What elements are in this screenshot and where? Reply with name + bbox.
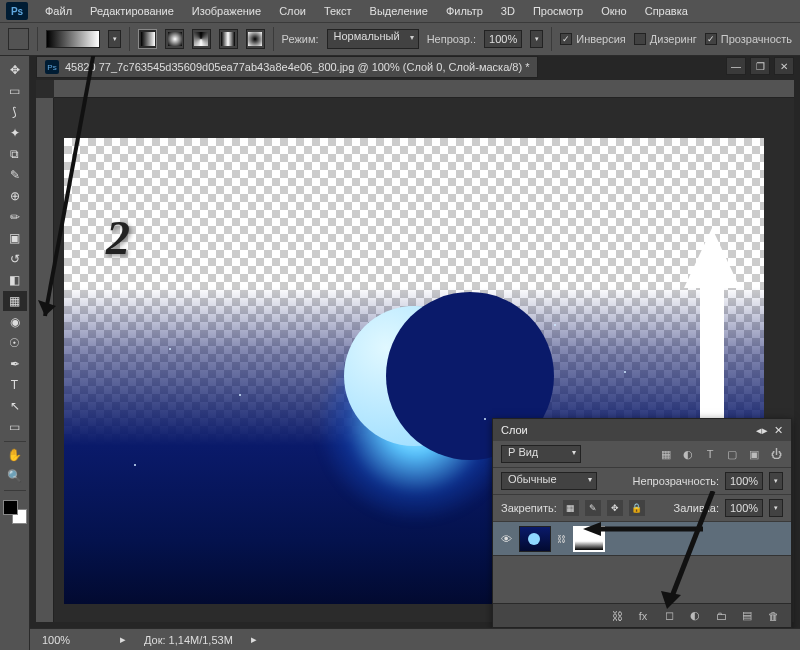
- layer-blend-mode-select[interactable]: Обычные: [501, 472, 597, 490]
- menu-3d[interactable]: 3D: [492, 2, 524, 20]
- gradient-diamond-button[interactable]: [246, 29, 265, 49]
- dither-checkbox[interactable]: [634, 33, 646, 45]
- path-select-tool[interactable]: ↖: [3, 396, 27, 416]
- zoom-level[interactable]: 100%: [42, 634, 102, 646]
- heal-tool[interactable]: ⊕: [3, 186, 27, 206]
- layers-list: 👁 ⛓ Слой 0: [493, 522, 791, 556]
- menu-text[interactable]: Текст: [315, 2, 361, 20]
- window-close-button[interactable]: ✕: [774, 57, 794, 75]
- move-tool[interactable]: ✥: [3, 60, 27, 80]
- menu-image[interactable]: Изображение: [183, 2, 270, 20]
- menu-file[interactable]: Файл: [36, 2, 81, 20]
- gradient-picker-dropdown[interactable]: ▾: [108, 30, 121, 48]
- filter-shape-icon[interactable]: ▢: [725, 447, 739, 461]
- menu-layers[interactable]: Слои: [270, 2, 315, 20]
- new-layer-button[interactable]: ▤: [739, 608, 755, 624]
- menu-edit[interactable]: Редактирование: [81, 2, 183, 20]
- gradient-tool[interactable]: ▦: [3, 291, 27, 311]
- add-mask-button[interactable]: ◻: [661, 608, 677, 624]
- doc-info-dropdown-icon[interactable]: ▸: [251, 633, 257, 646]
- annotation-number: 2: [106, 210, 130, 265]
- zoom-tool[interactable]: 🔍: [3, 466, 27, 486]
- hand-tool[interactable]: ✋: [3, 445, 27, 465]
- add-adjustment-button[interactable]: ◐: [687, 608, 703, 624]
- ruler-horizontal[interactable]: [54, 80, 794, 98]
- dodge-tool[interactable]: ☉: [3, 333, 27, 353]
- crop-tool[interactable]: ⧉: [3, 144, 27, 164]
- blend-mode-select[interactable]: Нормальный: [327, 29, 419, 49]
- annotation-white-arrow: [684, 228, 740, 418]
- panel-collapse-icon[interactable]: ◂▸: [756, 424, 768, 437]
- menu-help[interactable]: Справка: [636, 2, 697, 20]
- layer-mask-thumbnail[interactable]: [573, 526, 605, 552]
- pen-tool[interactable]: ✒: [3, 354, 27, 374]
- delete-layer-button[interactable]: 🗑: [765, 608, 781, 624]
- opacity-input[interactable]: 100%: [484, 30, 522, 48]
- gradient-radial-button[interactable]: [165, 29, 184, 49]
- menu-select[interactable]: Выделение: [361, 2, 437, 20]
- gradient-reflected-button[interactable]: [219, 29, 238, 49]
- options-bar: ▾ Режим: Нормальный Непрозр.: 100% ▾ Инв…: [0, 22, 800, 56]
- reverse-checkbox[interactable]: [560, 33, 572, 45]
- layer-visibility-icon[interactable]: 👁: [499, 533, 513, 545]
- stamp-tool[interactable]: ▣: [3, 228, 27, 248]
- filter-type-icon[interactable]: T: [703, 447, 717, 461]
- layers-tab[interactable]: Слои: [501, 424, 528, 436]
- eyedropper-tool[interactable]: ✎: [3, 165, 27, 185]
- lock-position-button[interactable]: ✥: [607, 500, 623, 516]
- link-layers-button[interactable]: ⛓: [609, 608, 625, 624]
- fill-dropdown[interactable]: ▾: [769, 499, 783, 517]
- type-tool[interactable]: T: [3, 375, 27, 395]
- foreground-color[interactable]: [3, 500, 18, 515]
- svg-marker-0: [684, 228, 740, 418]
- opacity-dropdown[interactable]: ▾: [530, 30, 543, 48]
- layer-mask-link-icon[interactable]: ⛓: [557, 534, 567, 544]
- filter-toggle-icon[interactable]: ⏻: [769, 447, 783, 461]
- filter-adjust-icon[interactable]: ◐: [681, 447, 695, 461]
- new-group-button[interactable]: 🗀: [713, 608, 729, 624]
- filter-smart-icon[interactable]: ▣: [747, 447, 761, 461]
- layer-opacity-dropdown[interactable]: ▾: [769, 472, 783, 490]
- ruler-vertical[interactable]: [36, 98, 54, 622]
- menu-view[interactable]: Просмотр: [524, 2, 592, 20]
- lock-label: Закрепить:: [501, 502, 557, 514]
- menu-filter[interactable]: Фильтр: [437, 2, 492, 20]
- document-title: 45820 77_7c763545d35609d05ea77ab43a8e4e0…: [65, 61, 529, 73]
- document-tab[interactable]: Ps 45820 77_7c763545d35609d05ea77ab43a8e…: [36, 56, 538, 78]
- layer-opacity-input[interactable]: 100%: [725, 472, 763, 490]
- history-brush-tool[interactable]: ↺: [3, 249, 27, 269]
- tool-preset-picker[interactable]: [8, 28, 29, 50]
- zoom-dropdown-icon[interactable]: ▸: [120, 633, 126, 646]
- brush-tool[interactable]: ✏: [3, 207, 27, 227]
- menu-window[interactable]: Окно: [592, 2, 636, 20]
- transparency-checkbox[interactable]: [705, 33, 717, 45]
- menu-bar: Ps Файл Редактирование Изображение Слои …: [0, 0, 800, 22]
- doc-info[interactable]: Док: 1,14M/1,53M: [144, 634, 233, 646]
- window-minimize-button[interactable]: —: [726, 57, 746, 75]
- layer-fx-button[interactable]: fx: [635, 608, 651, 624]
- lock-pixels-button[interactable]: ✎: [585, 500, 601, 516]
- eraser-tool[interactable]: ◧: [3, 270, 27, 290]
- mode-label: Режим:: [282, 33, 319, 45]
- panel-close-icon[interactable]: ✕: [774, 424, 783, 437]
- layers-panel: Слои ◂▸ ✕ Р Вид ▦ ◐ T ▢ ▣ ⏻ Обычные Непр…: [492, 418, 792, 628]
- lock-transparency-button[interactable]: ▦: [563, 500, 579, 516]
- layer-thumbnail[interactable]: [519, 526, 551, 552]
- layer-filter-select[interactable]: Р Вид: [501, 445, 581, 463]
- app-logo: Ps: [6, 2, 28, 20]
- fill-input[interactable]: 100%: [725, 499, 763, 517]
- gradient-preview[interactable]: [46, 30, 100, 48]
- marquee-tool[interactable]: ▭: [3, 81, 27, 101]
- lock-all-button[interactable]: 🔒: [629, 500, 645, 516]
- blur-tool[interactable]: ◉: [3, 312, 27, 332]
- magic-wand-tool[interactable]: ✦: [3, 123, 27, 143]
- filter-pixel-icon[interactable]: ▦: [659, 447, 673, 461]
- gradient-angle-button[interactable]: [192, 29, 211, 49]
- color-swatches[interactable]: [3, 500, 27, 524]
- dither-label: Дизеринг: [650, 33, 697, 45]
- gradient-linear-button[interactable]: [138, 29, 157, 49]
- lasso-tool[interactable]: ⟆: [3, 102, 27, 122]
- window-restore-button[interactable]: ❐: [750, 57, 770, 75]
- shape-tool[interactable]: ▭: [3, 417, 27, 437]
- layer-row[interactable]: 👁 ⛓ Слой 0: [493, 522, 791, 556]
